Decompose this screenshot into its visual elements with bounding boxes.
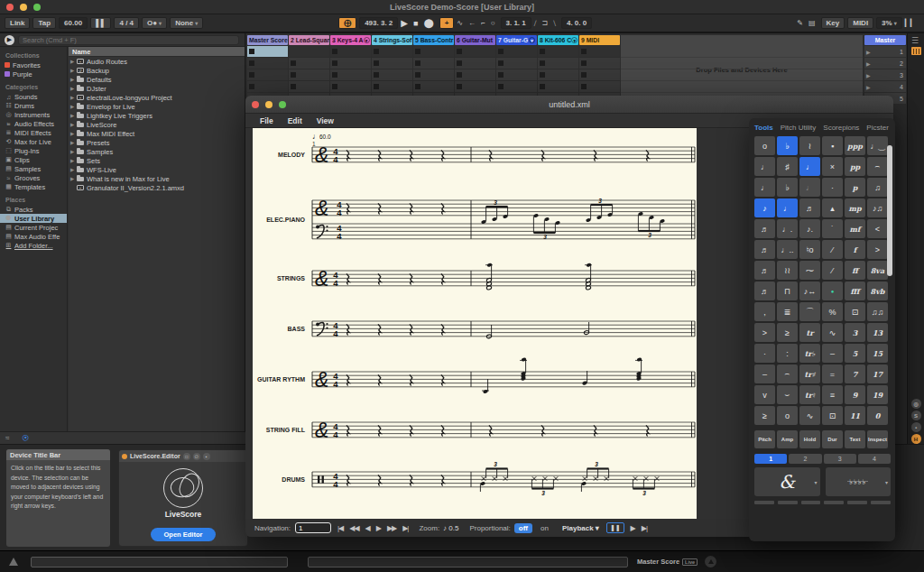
track-header[interactable]: 8 Kit-606 C▾ bbox=[538, 35, 578, 45]
track-header[interactable]: 7 Guitar-G▾ bbox=[496, 35, 537, 45]
clip-stop-icon[interactable] bbox=[498, 72, 504, 78]
computer-midi-keyboard-icon[interactable]: ▤ bbox=[806, 19, 818, 27]
expander-icon[interactable]: ▶ bbox=[69, 95, 76, 100]
clip-slot[interactable] bbox=[372, 81, 412, 92]
inspect-button[interactable]: Inspect bbox=[867, 430, 888, 448]
symbol-cell[interactable]: 5 bbox=[845, 344, 865, 363]
symbol-cell[interactable]: v bbox=[754, 385, 775, 404]
clip-stop-icon[interactable] bbox=[581, 60, 587, 66]
clip-slot[interactable] bbox=[538, 69, 578, 80]
nudge-down-icon[interactable]: ▌▌ bbox=[90, 17, 111, 29]
sidebar-item-instruments[interactable]: ◎Instruments bbox=[0, 110, 67, 119]
clip-slot[interactable] bbox=[455, 69, 495, 80]
expander-icon[interactable]: ▶ bbox=[69, 167, 76, 172]
scene-launch-icon[interactable]: ▶ bbox=[866, 84, 871, 90]
clip-slot[interactable] bbox=[289, 69, 329, 80]
symbol-cell[interactable]: 17 bbox=[867, 364, 888, 383]
page-tab-3[interactable]: 3 bbox=[824, 454, 856, 464]
device-save-icon[interactable]: ▪ bbox=[203, 453, 210, 460]
symbol-cell[interactable]: ♪♫ bbox=[867, 198, 888, 217]
playback-next-button[interactable]: ▶| bbox=[642, 524, 647, 532]
symbol-cell[interactable]: ♩.. bbox=[777, 240, 798, 259]
device-hotswap-icon[interactable]: ∅ bbox=[193, 453, 200, 460]
expander-icon[interactable]: ▶ bbox=[69, 59, 76, 64]
nav-last-button[interactable]: ▶| bbox=[402, 524, 408, 532]
playback-menu[interactable]: Playback ▾ bbox=[562, 524, 599, 532]
clip-stop-icon[interactable] bbox=[332, 72, 337, 78]
clip-slot[interactable] bbox=[413, 58, 454, 69]
file-row[interactable]: ▶↺Backup bbox=[69, 66, 245, 75]
sidebar-item-favorites[interactable]: Favorites bbox=[0, 60, 67, 69]
proportional-on-button[interactable]: on bbox=[536, 523, 553, 533]
sidebar-item-purple[interactable]: Purple bbox=[0, 69, 67, 78]
clip-stop-icon[interactable] bbox=[249, 49, 254, 54]
symbol-cell[interactable]: – bbox=[822, 344, 843, 363]
menu-edit[interactable]: Edit bbox=[288, 116, 302, 125]
file-row[interactable]: ▶DJster bbox=[69, 84, 245, 93]
symbol-cell[interactable]: ♬ bbox=[754, 281, 775, 300]
symbol-cell[interactable]: ff bbox=[845, 261, 865, 280]
symbol-cell[interactable]: ⊡ bbox=[845, 302, 865, 321]
symbol-cell[interactable]: ⁓ bbox=[799, 261, 820, 280]
symbol-cell[interactable]: ˙ bbox=[822, 219, 843, 238]
symbol-cell[interactable]: 11 bbox=[845, 406, 865, 425]
clip-slot[interactable] bbox=[247, 58, 288, 69]
symbol-cell[interactable]: ⌢ bbox=[777, 364, 798, 383]
record-button[interactable]: ⬤ bbox=[420, 18, 436, 28]
symbol-cell[interactable]: ≣ bbox=[777, 302, 798, 321]
clip-slot[interactable] bbox=[579, 81, 620, 92]
symbol-cell[interactable]: < bbox=[867, 219, 888, 238]
expander-icon[interactable]: ▶ bbox=[69, 86, 76, 91]
symbol-cell[interactable]: × bbox=[822, 157, 843, 176]
expander-icon[interactable]: ▶ bbox=[69, 140, 76, 145]
clip-stop-icon[interactable] bbox=[498, 60, 504, 66]
clip-stop-icon[interactable] bbox=[415, 84, 420, 89]
symbol-cell[interactable]: ∿ bbox=[822, 323, 843, 342]
expander-icon[interactable]: ▶ bbox=[69, 104, 76, 109]
symbol-cell[interactable]: = bbox=[822, 364, 843, 383]
symbol-cell[interactable]: ● bbox=[822, 281, 843, 300]
palette-tab-pitch-utility[interactable]: Pitch Utility bbox=[781, 124, 817, 132]
expander-icon[interactable]: ▶ bbox=[69, 176, 76, 181]
device-activator-icon[interactable] bbox=[122, 454, 127, 459]
tap-button[interactable]: Tap bbox=[32, 17, 56, 29]
track-header[interactable]: 6 Guitar-Mut bbox=[455, 35, 495, 45]
clip-slot[interactable] bbox=[372, 58, 412, 69]
clip-slot[interactable] bbox=[538, 81, 578, 92]
open-editor-button[interactable]: Open Editor bbox=[151, 528, 216, 541]
automation-arm-icon[interactable]: ∿ bbox=[454, 19, 466, 27]
loop-length-value[interactable]: 4. 0. 0 bbox=[561, 17, 592, 29]
playback-pause-button[interactable]: ❚❚ bbox=[606, 522, 624, 533]
clip-stop-icon[interactable] bbox=[332, 84, 337, 89]
file-row[interactable]: ▶▪electralLove-longyou Project bbox=[69, 93, 245, 102]
symbol-cell[interactable]: : bbox=[777, 344, 798, 363]
clip-slot[interactable] bbox=[330, 69, 371, 80]
loop-switch-icon[interactable]: ⊐ bbox=[540, 19, 551, 27]
symbol-cell[interactable]: ▪ bbox=[822, 136, 843, 155]
symbol-cell[interactable]: 19 bbox=[867, 385, 888, 404]
stop-button[interactable]: ■ bbox=[411, 19, 420, 28]
clip-stop-icon[interactable] bbox=[249, 72, 254, 78]
symbol-cell[interactable]: ♩ bbox=[799, 178, 820, 197]
master-track-header[interactable]: Master bbox=[864, 35, 906, 45]
symbol-cell[interactable]: ♫♫ bbox=[867, 302, 888, 321]
symbol-cell[interactable]: tr♮ bbox=[799, 385, 820, 404]
livescore-editor-device[interactable]: LiveScore.Editor □ ∅ ▪ LiveScore Open Ed… bbox=[118, 449, 248, 547]
file-row[interactable]: ▶Max MIDI Effect bbox=[69, 129, 245, 138]
symbol-cell[interactable]: ▴ bbox=[822, 198, 843, 217]
clip-slot[interactable] bbox=[496, 58, 537, 69]
symbol-cell[interactable]: 8vb bbox=[867, 281, 888, 300]
clip-stop-icon[interactable] bbox=[291, 60, 296, 66]
symbol-cell[interactable]: 13 bbox=[867, 323, 888, 342]
clip-stop-icon[interactable] bbox=[332, 49, 337, 54]
clip-slot[interactable] bbox=[496, 81, 537, 92]
page-tab-4[interactable]: 4 bbox=[858, 454, 891, 464]
symbol-cell[interactable]: > bbox=[754, 323, 775, 342]
clip-slot[interactable] bbox=[579, 69, 620, 80]
clip-slot[interactable] bbox=[413, 46, 454, 57]
symbol-cell[interactable]: > bbox=[867, 240, 888, 259]
track-header[interactable]: 4 Strings-Sof bbox=[372, 35, 412, 45]
nav-rewind-button[interactable]: ◀◀ bbox=[349, 524, 358, 532]
sidebar-item-drums[interactable]: ☷Drums bbox=[0, 101, 67, 110]
clip-stop-icon[interactable] bbox=[540, 72, 545, 78]
